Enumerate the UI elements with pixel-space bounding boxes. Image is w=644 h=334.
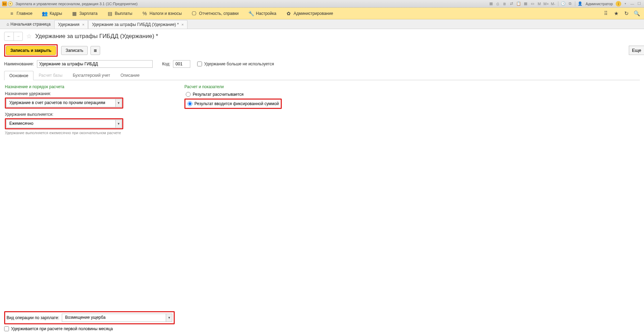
minimize-icon[interactable]: — bbox=[629, 1, 635, 7]
page-header: ← → ☆ Удержание за штрафы ГИБДД (Удержан… bbox=[4, 32, 640, 41]
itab-base-calc[interactable]: Расчет базы bbox=[33, 71, 68, 80]
panel-icon[interactable]: ⧉ bbox=[567, 1, 573, 7]
radio-fixed-input[interactable] bbox=[188, 101, 192, 106]
separator bbox=[558, 1, 558, 6]
stack-icon: ▤ bbox=[107, 11, 113, 16]
nav-personnel[interactable]: 👥Кадры bbox=[37, 8, 67, 19]
left-section-head: Назначение и порядок расчета bbox=[5, 84, 177, 89]
purpose-select-value: Удержание в счет расчетов по прочим опер… bbox=[7, 99, 115, 107]
nav-payments-label: Выплаты bbox=[115, 11, 132, 16]
compare-icon[interactable]: ⇄ bbox=[509, 1, 515, 7]
nav-home[interactable]: ≡Главное bbox=[4, 8, 37, 19]
code-label: Код: bbox=[162, 62, 171, 66]
highlight-performed: Ежемесячно ▼ bbox=[5, 118, 123, 129]
nav-payments[interactable]: ▤Выплаты bbox=[102, 8, 137, 19]
page-body: ← → ☆ Удержание за штрафы ГИБДД (Удержан… bbox=[0, 29, 644, 142]
nav-reports[interactable]: 🖵Отчетность, справки bbox=[186, 8, 243, 19]
right-section-head: Расчет и показатели bbox=[184, 84, 282, 89]
nav-salary-label: Зарплата bbox=[79, 11, 98, 16]
tab-deductions[interactable]: Удержания× bbox=[54, 20, 88, 29]
favorite-icon[interactable]: ★ bbox=[613, 10, 619, 17]
itab-description[interactable]: Описание bbox=[115, 71, 145, 80]
tab-deductions-label: Удержания bbox=[58, 22, 79, 27]
tab-start-page-label: Начальная страница bbox=[10, 22, 50, 27]
app-menu-dropdown-icon[interactable]: ▾ bbox=[8, 1, 13, 6]
history-icon[interactable]: ↻ bbox=[623, 10, 629, 17]
disabled-label: Удержание больше не используется bbox=[204, 62, 274, 66]
m-label[interactable]: M bbox=[537, 1, 542, 7]
radio-calculated-input[interactable] bbox=[186, 92, 191, 97]
document-tabs: ⌂Начальная страница Удержания× Удержание… bbox=[0, 19, 644, 29]
back-button[interactable]: ← bbox=[4, 32, 13, 40]
star-icon[interactable]: ☆ bbox=[26, 33, 32, 40]
radio-fixed[interactable]: Результат вводится фиксированной суммой bbox=[186, 101, 280, 107]
app-1c-icon: 1c bbox=[2, 1, 7, 6]
radio-fixed-label: Результат вводится фиксированной суммой bbox=[194, 101, 279, 106]
performed-select-value: Ежемесячно bbox=[7, 120, 115, 128]
more-button[interactable]: Еще bbox=[629, 46, 644, 55]
name-input[interactable] bbox=[37, 60, 153, 68]
calculator-icon[interactable]: ▭ bbox=[530, 1, 535, 7]
chevron-down-icon[interactable]: ▼ bbox=[115, 120, 122, 128]
clock-icon[interactable]: 🕓 bbox=[560, 1, 566, 7]
nav-admin[interactable]: ✿Администрирование bbox=[281, 8, 338, 19]
forward-button[interactable]: → bbox=[13, 32, 22, 40]
tab-content-main: Назначение и порядок расчета Назначение … bbox=[4, 80, 640, 139]
home-icon: ⌂ bbox=[7, 22, 9, 27]
save-button[interactable]: Записать bbox=[61, 46, 88, 55]
purpose-label: Назначение удержания: bbox=[5, 91, 177, 96]
list-button[interactable]: ≣ bbox=[90, 46, 100, 55]
chevron-down-icon[interactable]: ▼ bbox=[115, 99, 122, 107]
nav-reports-label: Отчетность, справки bbox=[199, 11, 239, 16]
apps-icon[interactable]: ⠿ bbox=[603, 10, 609, 17]
document-icon[interactable]: 🗎 bbox=[502, 1, 508, 7]
table-icon: ▦ bbox=[72, 11, 77, 16]
nav-home-label: Главное bbox=[17, 11, 32, 16]
print-icon[interactable]: ⎙ bbox=[495, 1, 501, 7]
separator bbox=[575, 1, 575, 6]
tab-current-deduction-label: Удержание за штрафы ГИБДД (Удержание) * bbox=[92, 22, 179, 27]
grid-icon[interactable]: ▦ bbox=[488, 1, 494, 7]
highlight-purpose: Удержание в счет расчетов по прочим опер… bbox=[5, 98, 123, 109]
nav-admin-label: Администрирование bbox=[294, 11, 333, 16]
percent-icon: % bbox=[142, 11, 147, 16]
titlebar: 1c ▾ Зарплата и управление персоналом, р… bbox=[0, 0, 644, 8]
nav-settings-label: Настройка bbox=[256, 11, 276, 16]
user-icon: 👤 bbox=[577, 1, 583, 7]
name-code-row: Наименование: Код: Удержание больше не и… bbox=[4, 60, 640, 68]
calendar-icon[interactable]: ▦ bbox=[523, 1, 528, 7]
itab-main[interactable]: Основное bbox=[4, 71, 33, 80]
nav-taxes[interactable]: %Налоги и взносы bbox=[137, 8, 186, 19]
close-icon[interactable]: × bbox=[82, 22, 84, 27]
m-plus-label[interactable]: M+ bbox=[544, 1, 549, 7]
nav-personnel-label: Кадры bbox=[50, 11, 62, 16]
purpose-select[interactable]: Удержание в счет расчетов по прочим опер… bbox=[6, 99, 122, 107]
nav-settings[interactable]: 🔧Настройка bbox=[243, 8, 281, 19]
maximize-icon[interactable]: ☐ bbox=[636, 1, 642, 7]
search-icon[interactable]: 🔍 bbox=[634, 10, 640, 17]
performed-select[interactable]: Ежемесячно ▼ bbox=[6, 120, 122, 128]
menu-icon: ≡ bbox=[9, 11, 15, 16]
window-title: Зарплата и управление персоналом, редакц… bbox=[16, 2, 488, 6]
radio-calculated[interactable]: Результат рассчитывается bbox=[184, 91, 282, 98]
tab-start-page[interactable]: ⌂Начальная страница bbox=[3, 19, 54, 29]
itab-accounting[interactable]: Бухгалтерский учет bbox=[68, 71, 115, 80]
disabled-checkbox[interactable] bbox=[197, 62, 202, 66]
info-icon[interactable]: i bbox=[616, 1, 621, 7]
page-title: Удержание за штрафы ГИБДД (Удержание) * bbox=[35, 33, 158, 40]
info-dropdown-icon[interactable]: ▾ bbox=[623, 1, 628, 7]
m-minus-label[interactable]: M- bbox=[550, 1, 556, 7]
current-user[interactable]: Администратор bbox=[584, 2, 614, 6]
people-icon: 👥 bbox=[42, 11, 48, 16]
code-input[interactable] bbox=[173, 60, 190, 68]
radio-calculated-label: Результат рассчитывается bbox=[193, 92, 243, 97]
nav-salary[interactable]: ▦Зарплата bbox=[67, 8, 103, 19]
clipboard-icon[interactable]: 📋 bbox=[516, 1, 521, 7]
tab-current-deduction[interactable]: Удержание за штрафы ГИБДД (Удержание) *× bbox=[88, 20, 188, 29]
wrench-icon: 🔧 bbox=[248, 11, 254, 16]
save-and-close-button[interactable]: Записать и закрыть bbox=[6, 46, 56, 55]
monitor-icon: 🖵 bbox=[191, 11, 197, 16]
titlebar-right-icons: ▦ ⎙ 🗎 ⇄ 📋 ▦ ▭ M M+ M- 🕓 ⧉ 👤 Администрато… bbox=[488, 1, 642, 7]
name-label: Наименование: bbox=[4, 62, 34, 66]
close-icon[interactable]: × bbox=[182, 22, 184, 27]
